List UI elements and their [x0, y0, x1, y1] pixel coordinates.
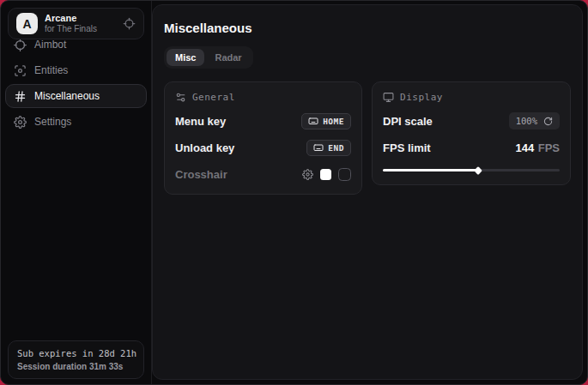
app-name: Arcane	[45, 13, 97, 24]
dpi-scale-row: DPI scale 100%	[383, 112, 560, 129]
session-duration-text: Session duration 31m 33s	[17, 362, 135, 371]
display-card-title: Display	[400, 92, 443, 103]
cards-row: General Menu key HOME Unload key	[164, 81, 571, 195]
unload-key-label: Unload key	[175, 141, 234, 154]
sidebar-item-miscellaneous[interactable]: Miscellaneous	[5, 84, 147, 108]
dpi-scale-value: 100%	[516, 116, 537, 126]
grid-icon	[14, 90, 27, 103]
unload-key-value: END	[328, 143, 344, 153]
crosshair-settings-gear-icon[interactable]	[302, 169, 313, 180]
page-title: Miscellaneous	[164, 21, 571, 35]
sidebar-item-entities[interactable]: Entities	[5, 58, 147, 82]
menu-key-row: Menu key HOME	[175, 112, 351, 129]
crosshair-label: Crosshair	[175, 168, 227, 181]
app-window: A Arcane for The Finals Category Aimbot	[0, 0, 588, 385]
keyboard-icon	[313, 142, 324, 153]
unload-key-row: Unload key END	[175, 139, 351, 156]
crosshair-icon	[14, 39, 27, 51]
gear-icon	[14, 116, 27, 129]
entities-icon	[14, 64, 27, 77]
menu-key-label: Menu key	[175, 115, 226, 128]
rotate-refresh-icon	[543, 117, 553, 126]
general-card-title: General	[192, 92, 235, 103]
sidebar-item-label: Settings	[34, 116, 71, 128]
fps-limit-unit: FPS	[538, 141, 560, 154]
sidebar-item-settings[interactable]: Settings	[5, 110, 147, 134]
sub-expires-text: Sub expires in 28d 21h	[17, 348, 135, 358]
app-subtitle: for The Finals	[45, 24, 97, 34]
display-card: Display DPI scale 100% FPS limit	[372, 81, 571, 185]
menu-key-bind-button[interactable]: HOME	[301, 113, 351, 129]
sidebar-nav: Aimbot Entities Miscellaneous	[1, 33, 151, 134]
app-logo: A	[16, 13, 38, 34]
sidebar-item-label: Miscellaneous	[34, 90, 100, 102]
main-panel: Miscellaneous Misc Radar General Menu ke…	[152, 4, 583, 380]
crosshair-checkbox[interactable]	[338, 168, 351, 181]
fps-limit-slider[interactable]	[383, 167, 560, 173]
menu-key-value: HOME	[323, 117, 344, 126]
sidebar-item-label: Aimbot	[34, 39, 66, 51]
unload-key-bind-button[interactable]: END	[306, 140, 351, 156]
tab-misc[interactable]: Misc	[167, 49, 204, 66]
dpi-scale-select[interactable]: 100%	[509, 112, 560, 129]
monitor-icon	[383, 92, 394, 103]
sidebar-item-label: Entities	[34, 64, 68, 76]
crosshair-row: Crosshair	[175, 165, 351, 183]
dpi-scale-label: DPI scale	[383, 115, 433, 128]
tab-bar: Misc Radar	[164, 46, 253, 69]
general-card: General Menu key HOME Unload key	[164, 81, 362, 195]
fps-limit-value: 144	[516, 141, 535, 154]
slider-fill	[383, 169, 478, 171]
crosshair-color-swatch[interactable]	[320, 169, 331, 180]
subscription-card: Sub expires in 28d 21h Session duration …	[8, 340, 144, 379]
sidebar: A Arcane for The Finals Category Aimbot	[1, 1, 152, 384]
fps-limit-label: FPS limit	[383, 141, 431, 154]
fps-limit-row: FPS limit 144 FPS	[383, 139, 560, 156]
sliders-icon	[175, 92, 186, 103]
scope-target-icon[interactable]	[123, 17, 136, 30]
logo-card: A Arcane for The Finals	[8, 8, 144, 39]
tab-radar[interactable]: Radar	[206, 49, 250, 66]
slider-thumb[interactable]	[474, 166, 482, 175]
keyboard-icon	[308, 116, 318, 126]
